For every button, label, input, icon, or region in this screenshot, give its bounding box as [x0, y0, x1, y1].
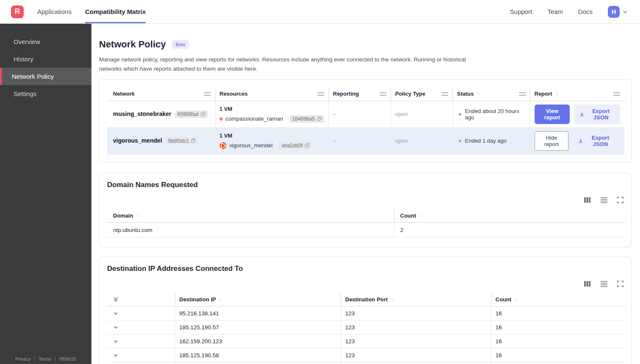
chevron-down-icon[interactable]: [113, 325, 171, 330]
main-content: Network Policy Beta Manage network polic…: [91, 24, 640, 364]
page-title: Network Policy: [99, 39, 166, 50]
column-resize-handle[interactable]: [613, 92, 620, 96]
sort-icon[interactable]: ↑↓: [419, 213, 422, 218]
vm-count: 1 VM: [220, 106, 324, 112]
column-header-destination-port[interactable]: Destination Port↑↓: [341, 293, 491, 306]
sort-icon[interactable]: ↑↓: [136, 213, 139, 218]
expand-all-icon[interactable]: [113, 297, 171, 303]
list-view-icon[interactable]: [600, 197, 608, 203]
resource-name: vigorous_mendel: [229, 142, 273, 149]
export-json-button[interactable]: Export JSON: [573, 131, 620, 151]
ip-row[interactable]: 185.125.190.58 123 16: [107, 348, 624, 362]
status-text: Ended 1 day ago: [465, 138, 507, 144]
build-hash: 5f56b15: [59, 356, 76, 361]
column-header-network[interactable]: Network: [107, 87, 215, 101]
ip-row[interactable]: 95.216.100.21 123 16: [107, 362, 624, 364]
network-row-musing-stonebraker[interactable]: musing_stonebraker60959fad 1 VM compassi…: [107, 101, 624, 127]
caret-down-icon[interactable]: [622, 9, 628, 15]
count-cell: 16: [491, 320, 624, 334]
resource-hash-pill[interactable]: 184696a5: [290, 115, 324, 123]
beta-badge: Beta: [172, 40, 189, 49]
column-header-count[interactable]: Count↑↓: [394, 209, 624, 223]
column-header-domain[interactable]: Domain↑↓: [107, 209, 394, 223]
reporting-cell: –: [328, 127, 391, 154]
ip-row[interactable]: 185.125.190.57 123 16: [107, 320, 624, 334]
table-header-row: Network Resources Reporting Policy Type …: [107, 87, 624, 101]
column-resize-handle[interactable]: [519, 92, 526, 96]
chevron-down-icon[interactable]: [113, 353, 171, 358]
sort-icon[interactable]: ↑↓: [477, 91, 479, 96]
network-name: vigorous_mendel: [113, 137, 162, 144]
column-resize-handle[interactable]: [204, 92, 211, 96]
chevron-down-icon[interactable]: [113, 339, 171, 344]
nav-link-team[interactable]: Team: [547, 8, 563, 15]
list-view-icon[interactable]: [600, 281, 608, 287]
columns-view-icon[interactable]: [584, 281, 591, 287]
column-header-policy-type[interactable]: Policy Type: [391, 87, 452, 101]
domain-names-card: Domain Names Requested Domain↑↓ Count↑↓: [99, 173, 632, 248]
view-report-button[interactable]: View report: [535, 105, 570, 124]
domain-row[interactable]: ntp.ubuntu.com 2: [107, 223, 624, 237]
sort-icon[interactable]: ↑↓: [555, 91, 557, 96]
ip-cell: 95.216.100.21: [175, 362, 341, 364]
chevron-down-icon[interactable]: [113, 311, 171, 316]
count-cell: 16: [491, 362, 624, 364]
ip-card-title: Destination IP Addresses Connected To: [107, 265, 623, 273]
sidebar-item-network-policy[interactable]: Network Policy: [0, 68, 91, 85]
columns-view-icon[interactable]: [584, 197, 591, 203]
ip-row[interactable]: 95.216.138.141 123 16: [107, 306, 624, 320]
tab-applications[interactable]: Applications: [37, 0, 72, 23]
ip-cell: 162.159.200.123: [175, 334, 341, 348]
column-header-status[interactable]: Status↑↓: [452, 87, 530, 101]
network-table-card: Network Resources Reporting Policy Type …: [99, 79, 632, 163]
tab-compatibility-matrix[interactable]: Compatibility Matrix: [85, 0, 146, 23]
count-cell: 16: [491, 334, 624, 348]
port-cell: 123: [341, 362, 491, 364]
export-json-button[interactable]: Export JSON: [574, 105, 620, 124]
nav-tabs: Applications Compatibility Matrix: [37, 0, 159, 23]
status-dot: [459, 113, 461, 116]
column-header-expander[interactable]: [107, 293, 175, 306]
privacy-link[interactable]: Privacy: [15, 356, 30, 361]
download-icon: [578, 138, 583, 144]
network-hash-pill[interactable]: 5bdf3dc1: [166, 137, 198, 145]
ip-row[interactable]: 162.159.200.123 123 16: [107, 334, 624, 348]
copy-icon: [305, 143, 309, 148]
sort-icon[interactable]: ↑↓: [391, 297, 393, 302]
sidebar-item-settings[interactable]: Settings: [0, 85, 91, 102]
column-resize-handle[interactable]: [380, 92, 386, 96]
fullscreen-icon[interactable]: [617, 197, 623, 203]
app-logo[interactable]: R: [11, 6, 24, 18]
column-header-count[interactable]: Count↑↓: [491, 293, 624, 306]
nav-link-docs[interactable]: Docs: [578, 8, 593, 15]
column-header-resources[interactable]: Resources: [215, 87, 328, 101]
hide-report-button[interactable]: Hide report: [535, 131, 569, 151]
column-header-reporting[interactable]: Reporting: [328, 87, 391, 101]
sort-icon[interactable]: ↑↓: [514, 297, 517, 302]
user-avatar[interactable]: H: [608, 6, 620, 18]
footer-divider: [55, 356, 55, 361]
column-resize-handle[interactable]: [317, 92, 324, 96]
port-cell: 123: [341, 334, 491, 348]
fullscreen-icon[interactable]: [617, 281, 623, 287]
copy-icon: [201, 112, 205, 116]
column-resize-handle[interactable]: [441, 92, 448, 96]
count-cell: 16: [491, 348, 624, 362]
terms-link[interactable]: Terms: [39, 356, 51, 361]
network-table: Network Resources Reporting Policy Type …: [107, 87, 624, 154]
column-header-report[interactable]: Report↑↓: [530, 87, 624, 101]
download-icon: [579, 111, 584, 117]
ip-cell: 185.125.190.57: [175, 320, 341, 334]
nav-link-support[interactable]: Support: [510, 8, 532, 15]
domain-cell: ntp.ubuntu.com: [107, 223, 394, 237]
resource-name: compassionate_raman: [226, 116, 284, 122]
policy-type-cell: open: [391, 101, 452, 127]
sort-icon[interactable]: ↑↓: [219, 297, 221, 302]
network-hash-pill[interactable]: 60959fad: [175, 110, 208, 118]
sidebar-item-history[interactable]: History: [0, 50, 91, 68]
network-row-vigorous-mendel[interactable]: vigorous_mendel5bdf3dc1 1 VM vigorous_me…: [107, 127, 624, 154]
status-dot: [459, 140, 461, 142]
sidebar-item-overview[interactable]: Overview: [0, 33, 91, 50]
column-header-destination-ip[interactable]: Destination IP↑↓: [175, 293, 341, 306]
resource-hash-pill[interactable]: aba2dd3f: [279, 142, 312, 149]
